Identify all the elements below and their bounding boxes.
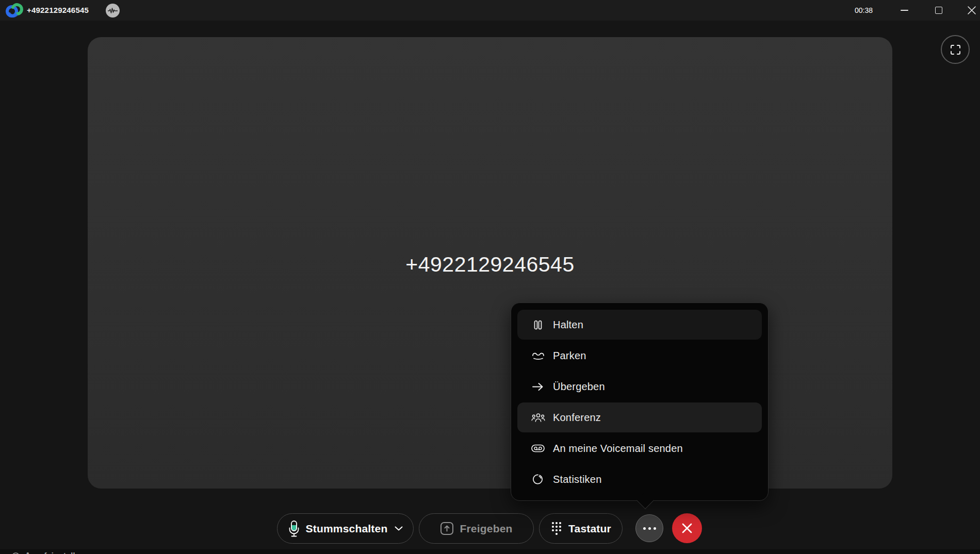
fullscreen-button[interactable]	[941, 35, 970, 64]
menu-item-label: Halten	[553, 319, 583, 331]
fullscreen-expand-icon	[950, 44, 961, 55]
close-button[interactable]	[960, 0, 980, 21]
menu-item-uebergeben[interactable]: Übergeben	[517, 372, 762, 401]
keypad-button-label: Tastatur	[568, 523, 611, 535]
transfer-arrow-right-icon	[531, 382, 545, 391]
menu-item-halten[interactable]: Halten	[517, 310, 762, 340]
menu-caret	[636, 492, 654, 509]
titlebar: +4922129246545 00:38	[0, 0, 980, 21]
call-stage: +4922129246545	[88, 37, 892, 489]
menu-item-label: Statistiken	[553, 474, 601, 485]
more-ellipsis-icon	[643, 527, 656, 530]
share-button[interactable]: Freigeben	[419, 513, 534, 544]
maximize-icon	[935, 7, 942, 14]
dialpad-icon	[550, 521, 563, 536]
call-settings-link[interactable]: Anrufeinstellungen	[11, 551, 100, 554]
voicemail-icon	[531, 444, 545, 453]
menu-item-label: An meine Voicemail senden	[553, 443, 683, 455]
statistics-pie-icon	[531, 474, 545, 485]
menu-item-parken[interactable]: Parken	[517, 341, 762, 371]
end-call-button[interactable]	[672, 513, 702, 543]
close-icon	[968, 6, 976, 14]
pause-icon	[531, 320, 545, 330]
call-settings-icon	[11, 552, 20, 554]
call-options-menu: Halten Parken Übergeben	[511, 303, 769, 501]
share-screen-icon	[440, 522, 454, 535]
menu-item-label: Parken	[553, 350, 586, 362]
minimize-button[interactable]	[892, 0, 916, 21]
webex-logo-icon	[6, 3, 23, 18]
chevron-down-icon	[395, 526, 403, 531]
call-settings-label: Anrufeinstellungen	[25, 551, 100, 554]
background-window-strip: Anrufeinstellungen	[0, 549, 980, 554]
share-button-label: Freigeben	[460, 523, 512, 535]
more-options-button[interactable]	[635, 514, 663, 542]
audio-indicator-button[interactable]	[106, 4, 120, 18]
menu-item-label: Konferenz	[553, 412, 601, 424]
mute-button[interactable]: Stummschalten	[277, 513, 414, 544]
voice-waveform-icon	[108, 8, 118, 14]
microphone-icon	[288, 520, 300, 538]
conference-people-icon	[531, 412, 545, 423]
call-timer: 00:38	[855, 0, 873, 21]
menu-item-voicemail[interactable]: An meine Voicemail senden	[517, 433, 762, 463]
titlebar-caller-id: +4922129246545	[27, 0, 89, 21]
call-park-handset-icon	[531, 351, 545, 361]
menu-item-label: Übergeben	[553, 381, 605, 393]
menu-item-konferenz[interactable]: Konferenz	[517, 402, 762, 432]
stage-caller-number: +4922129246545	[88, 253, 892, 277]
menu-item-statistiken[interactable]: Statistiken	[517, 464, 762, 494]
maximize-button[interactable]	[927, 0, 951, 21]
end-call-x-icon	[680, 522, 694, 535]
keypad-button[interactable]: Tastatur	[539, 513, 623, 544]
mute-button-label: Stummschalten	[306, 523, 388, 535]
minimize-icon	[901, 10, 908, 11]
